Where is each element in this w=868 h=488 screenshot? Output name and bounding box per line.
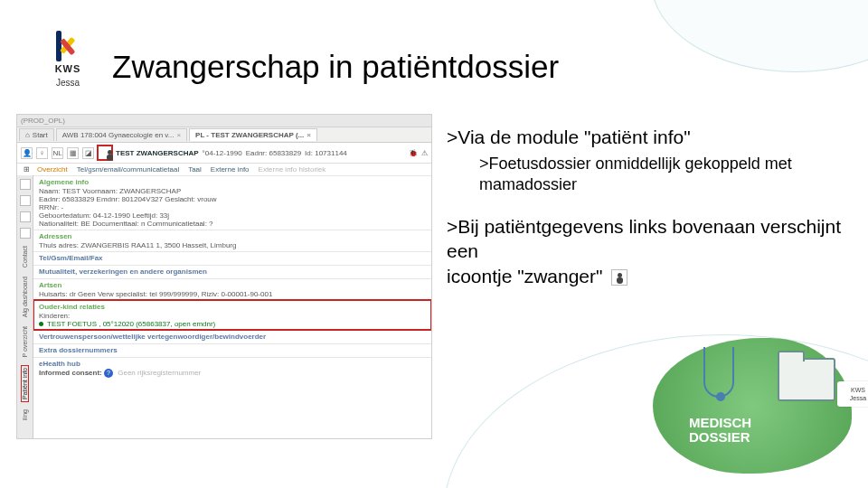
field-huisarts: Huisarts: dr Geen Verw specialist: tel 9… [39,290,426,298]
section-ouder-kind: Ouder-kind relaties Kinderen: TEST FOETU… [33,300,431,330]
tab-start[interactable]: ⌂Start [19,128,54,141]
section-adressen: Adressen Thuis adres: ZWANGERBIS RAA11 1… [33,230,431,251]
tab-strip: ⌂Start AWB 178:004 Gynaecologie en v... … [17,127,431,143]
section-extra: Extra dossiernummers [33,343,431,357]
logo-text-kws: KWS [40,63,96,74]
sidebar-item-filing[interactable]: iling [22,408,28,422]
patient-eadnr: Eadnr: 65833829 [246,149,301,157]
app-screenshot: (PROD_OPL) ⌂Start AWB 178:004 Gynaecolog… [16,114,432,439]
close-icon[interactable]: × [176,131,181,139]
stethoscope-icon [703,347,734,398]
bullet-1: >Via de module "patiënt info" [447,127,844,148]
medisch-dossier-illustration: MEDISCHDOSSIER KWS Jessa [653,338,852,474]
section-header: Adressen [39,232,426,240]
section-header: Tel/Gsm/Email/Fax [39,254,426,262]
subtab-overzicht[interactable]: Overzicht [33,164,72,175]
mini-kws: KWS [841,387,868,393]
sidebar-icon-4[interactable] [20,228,31,239]
subtab-externe[interactable]: Externe info [206,164,254,175]
logo-block: KWS Jessa [40,31,96,88]
sidebar-item-poverzicht[interactable]: P overzicht [22,324,28,360]
sidebar-icon-2[interactable] [20,195,31,206]
patient-id: Id: 10731144 [305,149,347,157]
patient-header-bar: 👤 ♀ NL ▦ ◪ TEST ZWANGERSCHAP °04-12-1990… [17,143,431,164]
gender-icon: ♀ [36,147,48,159]
field-naam: Naam: TEST Voornaam: ZWANGERSCHAP [39,187,426,195]
folder-icon [778,358,835,401]
section-vertrouwen: Vertrouwenspersoon/wettelijke vertegenwo… [33,330,431,343]
bullet-1a: >Foetusdossier onmiddellijk gekoppeld me… [447,154,844,194]
foetus-link[interactable]: TEST FOETUS , 05°12020 (65863837, open e… [39,320,426,328]
section-header: eHealth hub [39,360,426,368]
toolbar-icon-b[interactable]: ◪ [82,147,94,159]
field-eadnr: Eadnr: 65833829 Emdnr: 801204V327 Geslac… [39,195,426,203]
subtab-tel[interactable]: Tel/gsm/email/communicatietaal [72,164,184,175]
logo-text-jessa: Jessa [40,78,96,88]
field-rrn: RRNr: - [39,203,426,211]
content-pane: Algemene info Naam: TEST Voornaam: ZWANG… [33,175,431,439]
sidebar-item-dashboard[interactable]: Alg dashboard [22,275,28,319]
subtab-taal[interactable]: Taal [184,164,206,175]
illust-label: MEDISCHDOSSIER [689,416,751,445]
section-algemene: Algemene info Naam: TEST Voornaam: ZWANG… [33,175,431,230]
question-icon: ? [104,369,113,378]
tab-awb[interactable]: AWB 178:004 Gynaecologie en v... × [56,128,187,141]
field-thuisadres: Thuis adres: ZWANGERBIS RAA11 1, 3500 Ha… [39,241,426,249]
field-geboorte: Geboortedatum: 04-12-1990 Leeftijd: 33j [39,211,426,220]
bullet-2: >Bij patiëntgegevens links bovenaan vers… [447,214,844,288]
close-icon[interactable]: × [307,131,311,139]
sidebar-icon-1[interactable] [20,179,31,190]
kws-logo-icon [52,31,84,61]
section-header: Ouder-kind relaties [39,303,426,311]
lang-badge: NL [52,147,63,159]
tab-patient[interactable]: PL - TEST ZWANGERSCHAP (...× [189,128,317,141]
warn-icon: ⚠ [421,149,428,157]
allergy-icon: 🐞 [409,149,418,157]
section-header: Artsen [39,281,426,289]
section-ehealth: eHealth hub Informed consent: ? Geen rij… [33,357,431,380]
section-tel: Tel/Gsm/Email/Fax [33,251,431,265]
sidebar-item-patientinfo[interactable]: Patiënt info [21,365,29,402]
pregnant-icon[interactable] [98,145,112,160]
left-sidebar: Contact Alg dashboard P overzicht Patiën… [17,175,33,439]
sidebar-icon-3[interactable] [20,211,31,222]
page-title: Zwangerschap in patiëntdossier [112,49,559,85]
patient-avatar-icon: 👤 [21,147,33,159]
informed-consent-row: Informed consent: ? Geen rijksregisternu… [39,369,426,378]
subtab-historiek: Externe info historiek [254,164,331,175]
window-env-bar: (PROD_OPL) [17,115,431,127]
sidebar-item-contact[interactable]: Contact [22,244,28,269]
patient-subtabs: ⊞ Overzicht Tel/gsm/email/communicatieta… [17,164,431,175]
pregnant-inline-icon [611,269,627,286]
bullet-icon [39,322,43,326]
section-header: Mutualiteit, verzekeringen en andere org… [39,267,426,276]
mini-jessa: Jessa [841,395,868,401]
mini-logos: KWS Jessa [837,381,868,407]
explanation-column: >Via de module "patiënt info" >Foetusdos… [447,127,844,288]
patient-name: TEST ZWANGERSCHAP [116,149,199,157]
kinderen-label: Kinderen: [39,312,426,320]
expand-icon[interactable]: ⊞ [21,164,33,175]
decorative-curve-top [651,0,868,72]
field-nationaliteit: Nationaliteit: BE Documenttaal: n Commun… [39,220,426,228]
section-header: Algemene info [39,178,426,186]
section-mutualiteit: Mutualiteit, verzekeringen en andere org… [33,265,431,278]
home-icon: ⌂ [25,131,30,139]
toolbar-icon-a[interactable]: ▦ [67,147,79,159]
patient-dob: °04-12-1990 [203,149,242,157]
section-header: Extra dossiernummers [39,346,426,354]
section-header: Vertrouwenspersoon/wettelijke vertegenwo… [39,333,426,341]
section-artsen: Artsen Huisarts: dr Geen Verw specialist… [33,278,431,300]
